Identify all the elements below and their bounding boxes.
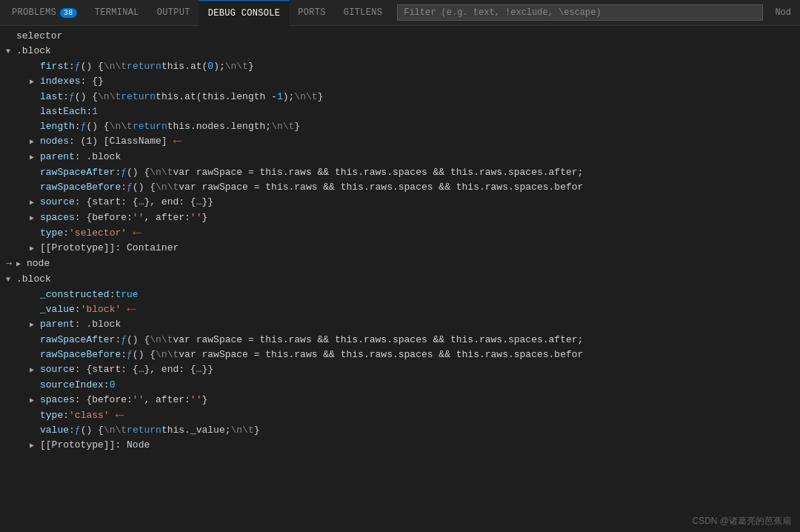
list-item: [[Prototype]]: Node [0,438,800,453]
annotation-arrow: ← [133,226,141,241]
tab-output[interactable]: OUTPUT [148,0,199,26]
list-item: selector [0,29,800,44]
pointer-icon: → [6,256,16,271]
expand-icon[interactable] [30,134,40,150]
list-item: type: 'selector' ← [0,226,800,241]
tab-ports[interactable]: PORTS [289,0,335,26]
expand-icon[interactable] [30,362,40,378]
list-item: value: ƒ () {\n\t return this._value;\n\… [0,423,800,438]
list-item: source: {start: {…}, end: {…}} [0,195,800,210]
list-item: sourceIndex: 0 [0,378,800,393]
filter-area [397,4,763,21]
list-item: source: {start: {…}, end: {…}} [0,362,800,378]
tab-right-label: Nod [769,7,797,18]
list-item: first: ƒ () {\n\t return this.at(0);\n\t… [0,59,800,74]
expand-icon[interactable] [6,44,16,59]
list-item: type: 'class' ← [0,408,800,423]
annotation-arrow: ← [173,134,182,149]
list-item: [[Prototype]]: Container [0,241,800,256]
list-item: rawSpaceBefore: ƒ () {\n\t var rawSpace … [0,180,800,195]
list-item: spaces: {before: '', after: ''} [0,210,800,226]
list-item: spaces: {before: '', after: ''} [0,393,800,408]
list-item: → node [0,256,800,272]
list-item: rawSpaceAfter: ƒ () {\n\t var rawSpace =… [0,165,800,180]
list-item: .block [0,44,800,59]
list-item: rawSpaceBefore: ƒ () {\n\t var rawSpace … [0,348,800,362]
tab-output-label: OUTPUT [157,7,190,18]
problems-badge: 38 [60,8,77,18]
expand-icon[interactable] [30,241,40,256]
tab-terminal[interactable]: TERMINAL [86,0,148,26]
tab-bar: PROBLEMS 38 TERMINAL OUTPUT DEBUG CONSOL… [0,0,800,26]
list-item: _value: 'block' ← [0,302,800,317]
tab-problems-label: PROBLEMS [12,7,56,18]
debug-console-content: selector .block first: ƒ () {\n\t return… [0,26,800,532]
list-item: parent: .block [0,150,800,165]
list-item: length: ƒ () {\n\t return this.nodes.len… [0,119,800,134]
annotation-arrow: ← [127,302,136,317]
list-item: parent: .block [0,317,800,333]
tab-terminal-label: TERMINAL [95,7,139,18]
tab-ports-label: PORTS [298,7,326,18]
list-item: indexes: {} [0,74,800,90]
expand-icon[interactable] [30,195,40,210]
list-item: _constructed: true [0,287,800,302]
expand-icon[interactable] [16,256,27,272]
watermark: CSDN @诸葛亮的芭蕉扇 [692,515,791,528]
tab-debug-console[interactable]: DEBUG CONSOLE [199,0,290,26]
list-item: lastEach: 1 [0,104,800,119]
list-item: .block [0,272,800,287]
expand-icon[interactable] [6,272,16,287]
expand-icon[interactable] [30,74,40,90]
expand-icon[interactable] [30,317,40,333]
tab-problems[interactable]: PROBLEMS 38 [3,0,86,26]
expand-icon[interactable] [30,210,40,226]
tab-gitlens[interactable]: GITLENS [335,0,392,26]
list-item: rawSpaceAfter: ƒ () {\n\t var rawSpace =… [0,333,800,348]
expand-icon[interactable] [30,393,40,408]
list-item: nodes: (1) [ClassName] ← [0,134,800,150]
tab-gitlens-label: GITLENS [344,7,383,18]
expand-icon[interactable] [30,150,40,165]
list-item: last: ƒ () {\n\t return this.at(this.len… [0,90,800,104]
tab-debug-label: DEBUG CONSOLE [208,8,281,19]
expand-icon[interactable] [30,438,40,453]
annotation-arrow: ← [116,408,124,423]
filter-input[interactable] [397,4,763,21]
